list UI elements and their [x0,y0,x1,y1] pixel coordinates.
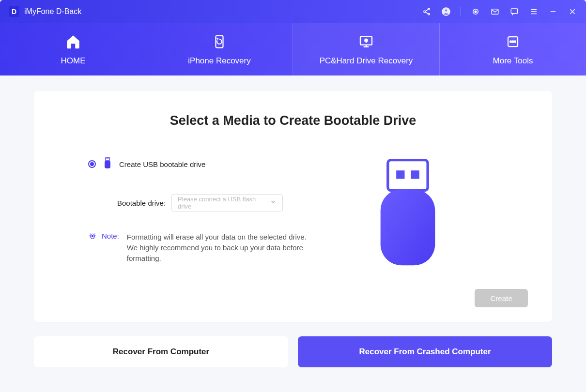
options-column: Create USB bootable drive Bootable drive… [88,157,308,271]
content-area: Select a Media to Create Bootable Drive [0,75,586,392]
svg-rect-39 [411,170,419,179]
svg-point-26 [514,41,516,42]
minimize-icon[interactable] [548,7,558,16]
nav-label: iPhone Recovery [188,56,250,66]
nav-more-tools[interactable]: More Tools [440,23,586,75]
card-footer: Create [58,289,528,307]
svg-point-36 [92,235,94,238]
nav-label: HOME [61,56,86,66]
nav-pc-recovery[interactable]: PC&Hard Drive Recovery [293,23,440,75]
option-label: Create USB bootable drive [119,160,205,168]
app-title: iMyFone D-Back [24,7,81,16]
svg-point-8 [475,11,477,13]
card-title: Select a Media to Create Bootable Drive [58,113,528,128]
app-window: D iMyFone D-Back [0,0,586,392]
more-tools-icon [504,33,522,50]
svg-line-3 [425,10,428,12]
bootable-drive-select[interactable]: Please connect a USB flash drive [171,194,283,211]
share-icon[interactable] [422,7,432,16]
title-bar: D iMyFone D-Back [0,0,586,23]
svg-rect-37 [388,160,428,191]
svg-line-34 [90,234,91,234]
drive-select-row: Bootable drive: Please connect a USB fla… [117,194,308,211]
svg-rect-28 [107,158,108,159]
svg-point-19 [365,39,367,42]
account-icon[interactable] [441,7,451,16]
recover-from-crashed-button[interactable]: Recover From Crashed Computer [298,336,552,367]
note-text: Formatting will erase all your data on t… [127,232,308,263]
svg-point-6 [445,9,447,12]
settings-icon[interactable] [471,7,480,16]
svg-point-1 [424,11,425,12]
svg-point-2 [428,14,430,15]
recover-from-computer-button[interactable]: Recover From Computer [34,336,288,367]
iphone-recovery-icon [211,33,228,50]
option-usb-row[interactable]: Create USB bootable drive [88,157,308,171]
message-icon[interactable] [509,7,519,16]
usb-small-icon [104,157,111,171]
close-icon[interactable] [568,7,577,16]
nav-label: PC&Hard Drive Recovery [320,56,413,66]
svg-rect-40 [381,189,435,265]
svg-rect-38 [396,170,404,179]
nav-iphone-recovery[interactable]: iPhone Recovery [146,23,293,75]
svg-line-35 [95,234,95,234]
svg-rect-29 [108,158,109,159]
note-row: Note: Formatting will erase all your dat… [88,232,308,263]
select-placeholder: Please connect a USB flash drive [178,196,270,210]
menu-icon[interactable] [529,7,539,16]
pc-recovery-icon [357,33,375,50]
home-icon [64,33,82,50]
chevron-down-icon [270,198,277,207]
svg-line-4 [425,12,428,14]
bottom-actions: Recover From Computer Recover From Crash… [34,336,552,367]
nav-label: More Tools [493,56,533,66]
svg-rect-30 [105,161,110,168]
drive-label: Bootable drive: [117,199,166,207]
nav-home[interactable]: HOME [0,23,146,75]
mail-icon[interactable] [490,7,500,16]
titlebar-icons [422,7,577,16]
svg-rect-27 [106,157,109,161]
top-nav: HOME iPhone Recovery [0,23,586,75]
radio-selected[interactable] [88,160,96,168]
lightbulb-icon [88,233,97,243]
svg-point-0 [428,8,430,10]
bootable-card: Select a Media to Create Bootable Drive [34,91,552,322]
create-button[interactable]: Create [475,289,528,307]
note-label: Note: [102,232,119,240]
app-logo: D [9,6,19,17]
titlebar-separator [461,7,461,16]
illustration-column [318,157,498,271]
svg-rect-10 [511,9,518,14]
svg-point-25 [512,41,513,42]
svg-point-24 [510,41,511,42]
usb-drive-illustration [376,157,439,271]
